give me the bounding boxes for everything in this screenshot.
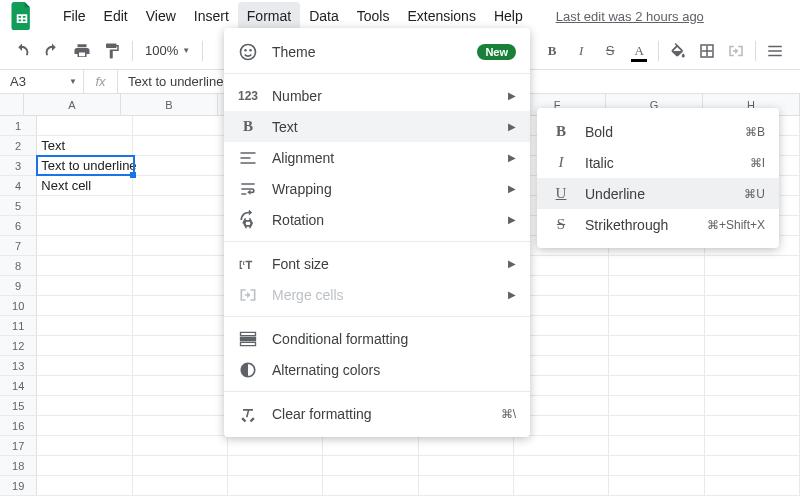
cell[interactable]: [37, 236, 132, 255]
last-edit-link[interactable]: Last edit was 2 hours ago: [556, 9, 704, 24]
row-header[interactable]: 3: [0, 156, 37, 175]
cell[interactable]: [228, 456, 323, 475]
cell[interactable]: [37, 456, 132, 475]
cell[interactable]: [705, 456, 800, 475]
cell[interactable]: [133, 456, 228, 475]
horizontal-align-button[interactable]: [761, 37, 789, 65]
menu-text[interactable]: B Text ▶: [224, 111, 530, 142]
undo-button[interactable]: [8, 37, 36, 65]
menu-wrapping[interactable]: Wrapping ▶: [224, 173, 530, 204]
formula-input[interactable]: Text to underline: [118, 74, 223, 89]
paint-format-button[interactable]: [98, 37, 126, 65]
print-button[interactable]: [68, 37, 96, 65]
cell[interactable]: [705, 336, 800, 355]
cell[interactable]: [133, 196, 228, 215]
cell[interactable]: [37, 316, 132, 335]
text-color-button[interactable]: A: [625, 37, 653, 65]
row-header[interactable]: 11: [0, 316, 37, 335]
cell[interactable]: [37, 336, 132, 355]
row-header[interactable]: 10: [0, 296, 37, 315]
cell[interactable]: [705, 476, 800, 495]
menu-data[interactable]: Data: [300, 2, 348, 30]
cell[interactable]: [133, 476, 228, 495]
menu-font-size[interactable]: Font size ▶: [224, 248, 530, 279]
cell[interactable]: [705, 276, 800, 295]
cell[interactable]: [705, 316, 800, 335]
cell[interactable]: [134, 156, 229, 175]
cell[interactable]: [37, 396, 132, 415]
cell[interactable]: [37, 276, 132, 295]
submenu-italic[interactable]: I Italic ⌘I: [537, 147, 779, 178]
cell[interactable]: [609, 296, 704, 315]
menu-format[interactable]: Format: [238, 2, 300, 30]
cell[interactable]: Next cell: [37, 176, 132, 195]
menu-conditional-formatting[interactable]: Conditional formatting: [224, 323, 530, 354]
fill-color-button[interactable]: [664, 37, 692, 65]
cell[interactable]: [133, 236, 228, 255]
row-header[interactable]: 12: [0, 336, 37, 355]
menu-tools[interactable]: Tools: [348, 2, 399, 30]
cell[interactable]: [133, 176, 228, 195]
cell[interactable]: [705, 396, 800, 415]
row-header[interactable]: 9: [0, 276, 37, 295]
cell[interactable]: [323, 436, 418, 455]
cell[interactable]: [133, 136, 228, 155]
cell[interactable]: [419, 436, 514, 455]
cell[interactable]: [37, 196, 132, 215]
select-all-corner[interactable]: [0, 94, 24, 115]
sheets-logo[interactable]: [6, 0, 38, 32]
cell[interactable]: [609, 456, 704, 475]
menu-number[interactable]: 123 Number ▶: [224, 80, 530, 111]
italic-button[interactable]: I: [567, 37, 595, 65]
submenu-bold[interactable]: B Bold ⌘B: [537, 116, 779, 147]
row-header[interactable]: 4: [0, 176, 37, 195]
row-header[interactable]: 18: [0, 456, 37, 475]
cell[interactable]: [419, 456, 514, 475]
merge-cells-button[interactable]: [722, 37, 750, 65]
row-header[interactable]: 2: [0, 136, 37, 155]
cell[interactable]: [37, 296, 132, 315]
menu-edit[interactable]: Edit: [95, 2, 137, 30]
row-header[interactable]: 17: [0, 436, 37, 455]
menu-insert[interactable]: Insert: [185, 2, 238, 30]
cell[interactable]: [37, 216, 132, 235]
cell[interactable]: [609, 436, 704, 455]
cell[interactable]: [133, 336, 228, 355]
cell[interactable]: [705, 416, 800, 435]
cell[interactable]: [133, 416, 228, 435]
bold-button[interactable]: B: [538, 37, 566, 65]
cell[interactable]: [133, 356, 228, 375]
row-header[interactable]: 16: [0, 416, 37, 435]
cell[interactable]: [609, 416, 704, 435]
cell[interactable]: [228, 436, 323, 455]
selection-handle[interactable]: [130, 172, 136, 178]
cell[interactable]: [133, 216, 228, 235]
cell[interactable]: [37, 476, 132, 495]
cell[interactable]: [228, 476, 323, 495]
borders-button[interactable]: [693, 37, 721, 65]
name-box[interactable]: A3▼: [0, 70, 84, 93]
column-header[interactable]: B: [121, 94, 218, 115]
menu-rotation[interactable]: Rotation ▶: [224, 204, 530, 235]
cell[interactable]: [133, 116, 228, 135]
cell[interactable]: Text to underline: [37, 156, 134, 175]
menu-view[interactable]: View: [137, 2, 185, 30]
cell[interactable]: [133, 276, 228, 295]
cell[interactable]: [609, 476, 704, 495]
row-header[interactable]: 13: [0, 356, 37, 375]
cell[interactable]: [705, 256, 800, 275]
cell[interactable]: [705, 356, 800, 375]
row-header[interactable]: 1: [0, 116, 37, 135]
cell[interactable]: [133, 436, 228, 455]
submenu-strikethrough[interactable]: S Strikethrough ⌘+Shift+X: [537, 209, 779, 240]
cell[interactable]: [705, 436, 800, 455]
cell[interactable]: [37, 116, 132, 135]
menu-theme[interactable]: Theme New: [224, 36, 530, 67]
cell[interactable]: [609, 256, 704, 275]
menu-clear-formatting[interactable]: Clear formatting ⌘\: [224, 398, 530, 429]
cell[interactable]: [37, 436, 132, 455]
submenu-underline[interactable]: U Underline ⌘U: [537, 178, 779, 209]
row-header[interactable]: 8: [0, 256, 37, 275]
cell[interactable]: [133, 316, 228, 335]
redo-button[interactable]: [38, 37, 66, 65]
